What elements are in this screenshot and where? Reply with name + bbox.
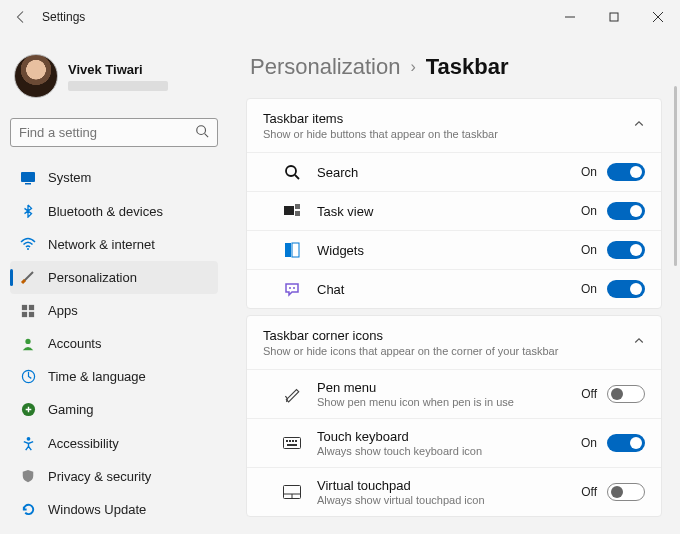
scrollbar[interactable]	[674, 86, 677, 266]
gaming-icon	[20, 402, 36, 418]
svg-rect-26	[284, 438, 301, 449]
svg-rect-27	[286, 440, 288, 442]
main-content: Personalization › Taskbar Taskbar items …	[228, 34, 680, 534]
svg-rect-21	[295, 211, 300, 216]
chevron-right-icon: ›	[410, 58, 415, 76]
toggle-virtual-touchpad[interactable]	[607, 483, 645, 501]
sidebar-item-apps[interactable]: Apps	[10, 294, 218, 327]
shield-icon	[20, 468, 36, 484]
breadcrumb: Personalization › Taskbar	[250, 54, 662, 80]
sidebar-item-bluetooth[interactable]: Bluetooth & devices	[10, 194, 218, 227]
breadcrumb-current: Taskbar	[426, 54, 509, 80]
taskbar-items-section: Taskbar items Show or hide buttons that …	[246, 98, 662, 309]
brush-icon	[20, 269, 36, 285]
globe-clock-icon	[20, 369, 36, 385]
system-icon	[20, 170, 36, 186]
wifi-icon	[20, 236, 36, 252]
svg-rect-9	[22, 304, 27, 309]
search-row-icon	[283, 163, 301, 181]
profile-name: Vivek Tiwari	[68, 62, 168, 77]
svg-rect-19	[284, 206, 294, 215]
row-search: Search On	[247, 152, 661, 191]
row-pen-menu: Pen menu Show pen menu icon when pen is …	[247, 369, 661, 418]
apps-icon	[20, 303, 36, 319]
keyboard-icon	[283, 434, 301, 452]
svg-rect-22	[285, 243, 291, 257]
pen-icon	[283, 385, 301, 403]
toggle-pen-menu[interactable]	[607, 385, 645, 403]
toggle-chat[interactable]	[607, 280, 645, 298]
svg-rect-6	[21, 172, 35, 182]
sidebar-item-network[interactable]: Network & internet	[10, 228, 218, 261]
svg-rect-7	[25, 183, 31, 185]
svg-point-17	[286, 166, 296, 176]
window-title: Settings	[42, 10, 85, 24]
accessibility-icon	[20, 435, 36, 451]
sidebar-item-personalization[interactable]: Personalization	[10, 261, 218, 294]
toggle-task-view[interactable]	[607, 202, 645, 220]
search-input[interactable]	[19, 125, 195, 140]
svg-rect-29	[292, 440, 294, 442]
corner-icons-section: Taskbar corner icons Show or hide icons …	[246, 315, 662, 517]
svg-line-5	[205, 134, 209, 138]
breadcrumb-parent[interactable]: Personalization	[250, 54, 400, 80]
sidebar-item-windows-update[interactable]: Windows Update	[10, 493, 218, 526]
sidebar-item-privacy-security[interactable]: Privacy & security	[10, 460, 218, 493]
row-touch-keyboard: Touch keyboard Always show touch keyboar…	[247, 418, 661, 467]
task-view-icon	[283, 202, 301, 220]
svg-point-16	[26, 437, 30, 441]
sidebar: Vivek Tiwari System Bluetooth & devices	[0, 34, 228, 534]
svg-rect-10	[29, 304, 34, 309]
corner-icons-header[interactable]: Taskbar corner icons Show or hide icons …	[247, 316, 661, 369]
svg-rect-28	[289, 440, 291, 442]
settings-window: Settings Vivek Tiwari	[0, 0, 680, 534]
maximize-button[interactable]	[592, 2, 636, 32]
svg-rect-20	[295, 204, 300, 209]
close-button[interactable]	[636, 2, 680, 32]
titlebar: Settings	[0, 0, 680, 34]
chat-icon	[283, 280, 301, 298]
window-controls	[548, 2, 680, 32]
svg-point-25	[293, 287, 295, 289]
toggle-touch-keyboard[interactable]	[607, 434, 645, 452]
svg-line-18	[295, 175, 299, 179]
widgets-icon	[283, 241, 301, 259]
profile-email-redacted	[68, 81, 168, 91]
svg-rect-23	[292, 243, 299, 257]
back-button[interactable]	[12, 8, 30, 26]
person-icon	[20, 336, 36, 352]
sidebar-item-accounts[interactable]: Accounts	[10, 327, 218, 360]
update-icon	[20, 501, 36, 517]
avatar	[14, 54, 58, 98]
svg-point-24	[289, 287, 291, 289]
row-task-view: Task view On	[247, 191, 661, 230]
search-icon	[195, 124, 209, 141]
svg-rect-1	[610, 13, 618, 21]
chevron-up-icon	[633, 335, 645, 350]
sidebar-item-time-language[interactable]: Time & language	[10, 360, 218, 393]
row-chat: Chat On	[247, 269, 661, 308]
sidebar-item-system[interactable]: System	[10, 161, 218, 194]
svg-point-13	[25, 338, 30, 343]
sidebar-item-accessibility[interactable]: Accessibility	[10, 427, 218, 460]
row-virtual-touchpad: Virtual touchpad Always show virtual tou…	[247, 467, 661, 516]
profile-block[interactable]: Vivek Tiwari	[10, 42, 218, 114]
bluetooth-icon	[20, 203, 36, 219]
toggle-widgets[interactable]	[607, 241, 645, 259]
search-box[interactable]	[10, 118, 218, 147]
svg-rect-11	[22, 311, 27, 316]
row-widgets: Widgets On	[247, 230, 661, 269]
touchpad-icon	[283, 483, 301, 501]
svg-point-4	[197, 126, 206, 135]
svg-rect-12	[29, 311, 34, 316]
svg-point-8	[27, 248, 29, 250]
chevron-up-icon	[633, 118, 645, 133]
svg-rect-31	[287, 444, 297, 446]
taskbar-items-header[interactable]: Taskbar items Show or hide buttons that …	[247, 99, 661, 152]
svg-rect-30	[295, 440, 297, 442]
sidebar-item-gaming[interactable]: Gaming	[10, 393, 218, 426]
minimize-button[interactable]	[548, 2, 592, 32]
toggle-search[interactable]	[607, 163, 645, 181]
